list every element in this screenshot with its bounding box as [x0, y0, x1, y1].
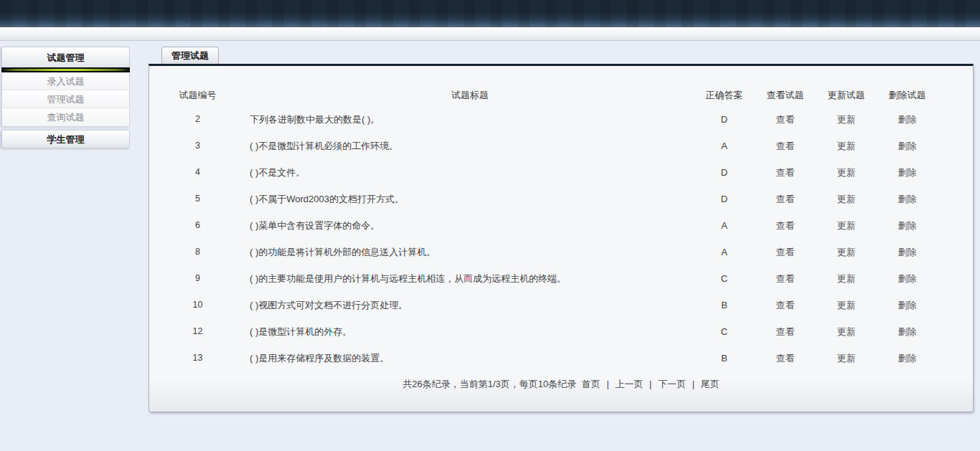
table-row: 6 ( )菜单中含有设置字体的命令。 A 查看 更新 删除	[149, 212, 973, 239]
question-id-cell: 13	[149, 345, 246, 371]
correct-answer-cell: B	[694, 292, 755, 318]
update-question-link[interactable]: 更新	[837, 220, 856, 231]
correct-answer-cell: D	[694, 106, 755, 133]
delete-question-link[interactable]: 删除	[898, 141, 917, 151]
sidebar-item-manage-questions[interactable]: 管理试题	[2, 90, 129, 108]
update-question-link[interactable]: 更新	[837, 167, 856, 178]
sidebar-accent-divider	[1, 67, 130, 72]
question-id-cell: 9	[149, 265, 246, 292]
table-row: 12 ( )是微型计算机的外存。 C 查看 更新 删除	[149, 318, 973, 345]
correct-answer-cell: D	[694, 159, 755, 186]
sidebar-item-query-questions[interactable]: 查询试题	[2, 108, 129, 126]
correct-answer-cell: C	[694, 265, 755, 292]
header-update-question: 更新试题	[816, 85, 877, 106]
pagination-separator: |	[603, 379, 612, 389]
correct-answer-cell: A	[694, 133, 755, 159]
view-question-link[interactable]: 查看	[776, 247, 795, 257]
delete-question-link[interactable]: 删除	[898, 326, 917, 337]
question-title-cell: ( )视图方式可对文档不进行分页处理。	[246, 292, 694, 318]
update-question-link[interactable]: 更新	[837, 300, 856, 310]
question-title-cell: ( )的主要功能是使用户的计算机与远程主机相连，从而成为远程主机的终端。	[246, 265, 694, 292]
tab-row: 管理试题	[149, 47, 974, 64]
table-row: 9 ( )的主要功能是使用户的计算机与远程主机相连，从而成为远程主机的终端。 C…	[149, 265, 973, 292]
delete-question-link[interactable]: 删除	[898, 220, 917, 231]
table-row: 13 ( )是用来存储程序及数据的装置。 B 查看 更新 删除	[149, 345, 973, 371]
sidebar-menu: 录入试题 管理试题 查询试题	[1, 72, 130, 127]
question-id-cell: 2	[149, 106, 246, 133]
table-row: 2 下列各进制数中最大的数是( )。 D 查看 更新 删除	[149, 106, 973, 133]
delete-question-link[interactable]: 删除	[898, 247, 917, 257]
update-question-link[interactable]: 更新	[837, 273, 856, 284]
lime-gradient-bar	[1, 69, 130, 71]
question-title-cell: ( )不属于Word2003的文档打开方式。	[246, 186, 694, 212]
correct-answer-cell: C	[694, 318, 755, 345]
correct-answer-cell: B	[694, 345, 755, 371]
correct-answer-cell: A	[694, 212, 755, 239]
question-title-cell: 下列各进制数中最大的数是( )。	[246, 106, 694, 133]
header-band	[0, 27, 980, 41]
question-title-cell: ( )不是微型计算机必须的工作环境。	[246, 133, 694, 159]
delete-question-link[interactable]: 删除	[898, 300, 917, 310]
pagination-next-page[interactable]: 下一页	[658, 379, 686, 389]
top-banner	[0, 0, 980, 27]
update-question-link[interactable]: 更新	[837, 194, 856, 204]
header-correct-answer: 正确答案	[694, 85, 755, 106]
view-question-link[interactable]: 查看	[776, 141, 795, 151]
question-title-cell: ( )是用来存储程序及数据的装置。	[246, 345, 694, 371]
table-header-row: 试题编号 试题标题 正确答案 查看试题 更新试题 删除试题	[149, 85, 973, 106]
delete-question-link[interactable]: 删除	[898, 194, 917, 204]
pagination-last-page[interactable]: 尾页	[701, 379, 720, 389]
delete-question-link[interactable]: 删除	[898, 167, 917, 178]
question-id-cell: 5	[149, 186, 246, 212]
main-area: 管理试题 试题编号 试题标题 正确答案 查看试题 更新试题 删除试题 2 下列各…	[149, 47, 974, 412]
pagination-summary: 共26条纪录，当前第1/3页，每页10条纪录	[402, 379, 576, 389]
header-question-title: 试题标题	[246, 85, 694, 106]
view-question-link[interactable]: 查看	[776, 114, 795, 125]
tab-manage-questions[interactable]: 管理试题	[161, 47, 219, 64]
header-delete-question: 删除试题	[877, 85, 938, 106]
pagination-prev-page[interactable]: 上一页	[615, 379, 643, 389]
update-question-link[interactable]: 更新	[837, 353, 856, 364]
view-question-link[interactable]: 查看	[776, 194, 795, 204]
table-row: 5 ( )不属于Word2003的文档打开方式。 D 查看 更新 删除	[149, 186, 973, 212]
delete-question-link[interactable]: 删除	[898, 353, 917, 364]
header-view-question: 查看试题	[755, 85, 816, 106]
question-id-cell: 12	[149, 318, 246, 345]
correct-answer-cell: D	[694, 186, 755, 212]
table-row: 3 ( )不是微型计算机必须的工作环境。 A 查看 更新 删除	[149, 133, 973, 159]
view-question-link[interactable]: 查看	[776, 273, 795, 284]
view-question-link[interactable]: 查看	[776, 167, 795, 178]
question-id-cell: 4	[149, 159, 246, 186]
sidebar-section-question-management[interactable]: 试题管理	[1, 47, 130, 67]
delete-question-link[interactable]: 删除	[898, 114, 917, 125]
pagination: 共26条纪录，当前第1/3页，每页10条纪录 首页 | 上一页 | 下一页 | …	[149, 378, 973, 391]
view-question-link[interactable]: 查看	[776, 353, 795, 364]
sidebar-item-enter-questions[interactable]: 录入试题	[2, 72, 129, 90]
question-title-cell: ( )菜单中含有设置字体的命令。	[246, 212, 694, 239]
view-question-link[interactable]: 查看	[776, 300, 795, 310]
pagination-first-page[interactable]: 首页	[582, 379, 600, 389]
question-table: 试题编号 试题标题 正确答案 查看试题 更新试题 删除试题 2 下列各进制数中最…	[149, 85, 973, 371]
question-title-cell: ( )不是文件。	[246, 159, 694, 186]
update-question-link[interactable]: 更新	[837, 326, 856, 337]
sidebar: 试题管理 录入试题 管理试题 查询试题 学生管理	[1, 47, 130, 412]
correct-answer-cell: A	[694, 239, 755, 265]
sidebar-section-student-management[interactable]: 学生管理	[1, 130, 130, 148]
content-panel: 试题编号 试题标题 正确答案 查看试题 更新试题 删除试题 2 下列各进制数中最…	[149, 64, 974, 412]
delete-question-link[interactable]: 删除	[898, 273, 917, 284]
view-question-link[interactable]: 查看	[776, 220, 795, 231]
question-id-cell: 8	[149, 239, 246, 265]
question-table-body: 2 下列各进制数中最大的数是( )。 D 查看 更新 删除 3 ( )不是微型计…	[149, 106, 973, 371]
pagination-separator: |	[689, 379, 698, 389]
question-id-cell: 6	[149, 212, 246, 239]
view-question-link[interactable]: 查看	[776, 326, 795, 337]
page-content: 试题管理 录入试题 管理试题 查询试题 学生管理 管理试题 试题编号 试题标题 …	[0, 41, 980, 412]
update-question-link[interactable]: 更新	[837, 114, 856, 125]
question-id-cell: 10	[149, 292, 246, 318]
question-id-cell: 3	[149, 133, 246, 159]
update-question-link[interactable]: 更新	[837, 247, 856, 257]
pagination-separator: |	[646, 379, 655, 389]
question-title-cell: ( )的功能是将计算机外部的信息送入计算机。	[246, 239, 694, 265]
question-title-cell: ( )是微型计算机的外存。	[246, 318, 694, 345]
update-question-link[interactable]: 更新	[837, 141, 856, 151]
